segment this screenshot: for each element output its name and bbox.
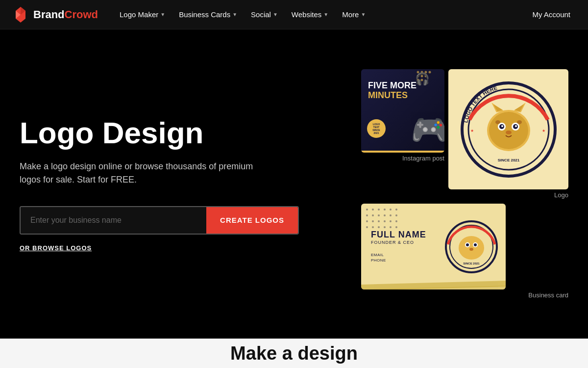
console-icon: 🎮 <box>411 112 444 148</box>
nav-websites[interactable]: Websites ▼ <box>286 6 334 23</box>
headphone-icon: 🎧 <box>415 72 430 86</box>
business-card-label: Business card <box>361 291 568 299</box>
business-card-row: FULL NAME FOUNDER & CEO EMAIL PHONE <box>361 204 568 299</box>
biz-card-text: FULL NAME FOUNDER & CEO EMAIL PHONE <box>361 222 442 271</box>
business-card-preview: FULL NAME FOUNDER & CEO EMAIL PHONE <box>361 204 506 289</box>
ig-card-title-line2: MINUTES <box>368 91 408 101</box>
brand-name: BrandCrowd <box>33 8 98 21</box>
logo-preview-card: LOGO TEXT HERE SINCE 2021 ★ ★ <box>448 69 568 189</box>
chevron-down-icon: ▼ <box>232 12 237 17</box>
bottom-section: Make a design <box>0 339 588 368</box>
top-cards-row: FIVE MORE MINUTES 🎧 LOGOTEXTSINCE2021 🎮 <box>361 69 568 199</box>
logo-card-label: Logo <box>448 191 568 199</box>
nav-account[interactable]: My Account <box>526 6 576 23</box>
svg-point-24 <box>495 120 500 124</box>
brandcrowd-logo-icon <box>12 6 29 24</box>
svg-point-25 <box>517 120 522 124</box>
hero-right-panel: FIVE MORE MINUTES 🎧 LOGOTEXTSINCE2021 🎮 <box>318 29 568 339</box>
biz-full-name: FULL NAME <box>371 230 432 240</box>
biz-email-label: EMAIL <box>371 253 432 257</box>
hero-section: Logo Design Make a logo design online or… <box>0 29 588 339</box>
brand-logo[interactable]: BrandCrowd <box>12 6 98 24</box>
svg-point-42 <box>469 248 473 251</box>
navbar: BrandCrowd Logo Maker ▼ Business Cards ▼… <box>0 0 588 29</box>
browse-logos-link[interactable]: OR BROWSE LOGOS <box>20 244 299 252</box>
nav-business-cards[interactable]: Business Cards ▼ <box>173 6 243 23</box>
create-logos-button[interactable]: CREATE LOGOS <box>206 207 298 234</box>
svg-point-21 <box>501 125 503 127</box>
nav-logo-maker[interactable]: Logo Maker ▼ <box>114 6 171 23</box>
hero-title: Logo Design <box>20 116 299 150</box>
nav-menu: Logo Maker ▼ Business Cards ▼ Social ▼ W… <box>114 6 526 23</box>
business-name-input[interactable] <box>21 207 206 234</box>
biz-card-bottom-accent <box>361 279 506 289</box>
biz-phone-label: PHONE <box>371 258 432 263</box>
svg-point-23 <box>506 131 512 134</box>
instagram-card-col: FIVE MORE MINUTES 🎧 LOGOTEXTSINCE2021 🎮 <box>361 69 444 162</box>
logo-card-col: LOGO TEXT HERE SINCE 2021 ★ ★ Logo <box>448 69 568 199</box>
ig-card-title-line1: FIVE MORE <box>368 81 416 91</box>
svg-text:★: ★ <box>542 129 545 133</box>
bottom-title: Make a design <box>230 343 358 364</box>
svg-text:★: ★ <box>470 129 474 133</box>
nav-social[interactable]: Social ▼ <box>245 6 284 23</box>
hero-left-panel: Logo Design Make a logo design online or… <box>20 116 318 251</box>
biz-job-title: FOUNDER & CEO <box>371 240 432 245</box>
nav-more[interactable]: More ▼ <box>336 6 371 23</box>
bottom-accent-line <box>361 151 444 153</box>
svg-text:SINCE 2021: SINCE 2021 <box>497 158 519 162</box>
preview-cards: FIVE MORE MINUTES 🎧 LOGOTEXTSINCE2021 🎮 <box>361 69 568 299</box>
svg-point-22 <box>515 125 517 127</box>
biz-logo-svg: SINCE 2021 <box>442 217 501 276</box>
hero-subtitle: Make a logo design online or browse thou… <box>20 160 255 186</box>
chevron-down-icon: ▼ <box>323 12 328 17</box>
chevron-down-icon: ▼ <box>361 12 366 17</box>
ig-small-logo: LOGOTEXTSINCE2021 <box>367 119 386 138</box>
chevron-down-icon: ▼ <box>160 12 165 17</box>
svg-text:SINCE 2021: SINCE 2021 <box>463 262 480 265</box>
business-name-form: CREATE LOGOS <box>20 206 299 235</box>
logo-preview-svg: LOGO TEXT HERE SINCE 2021 ★ ★ <box>455 76 563 184</box>
instagram-card-label: Instagram post <box>361 155 444 162</box>
svg-point-41 <box>474 243 477 246</box>
svg-point-40 <box>466 243 469 246</box>
chevron-down-icon: ▼ <box>273 12 278 17</box>
instagram-card: FIVE MORE MINUTES 🎧 LOGOTEXTSINCE2021 🎮 <box>361 69 444 153</box>
